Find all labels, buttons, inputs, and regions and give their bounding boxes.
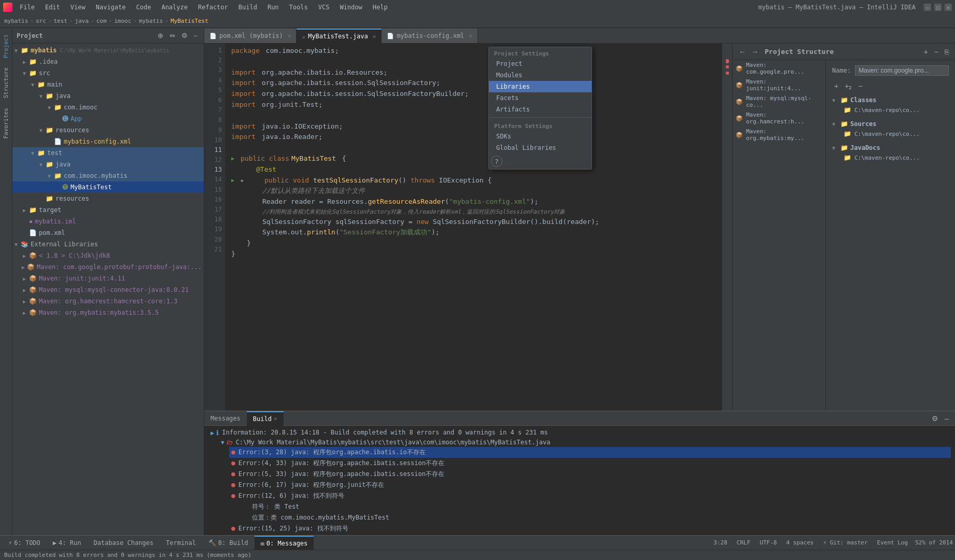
ps-add-class-button[interactable]: +: [832, 81, 840, 91]
msg-error-3[interactable]: ● Error:(5, 33) java: 程序包org.apache.ibat…: [229, 469, 951, 480]
lib-item-mybatis[interactable]: 📦 Maven: org.mybatis:my...: [733, 127, 825, 143]
breadcrumb-item-imooc[interactable]: imooc: [114, 18, 131, 24]
menu-navigate[interactable]: Navigate: [93, 3, 129, 12]
javadocs-path-1[interactable]: 📁 C:\maven-repo\co...: [840, 152, 951, 163]
tree-item-mybatistest[interactable]: ▶ 🅣 MyBatisTest: [12, 181, 204, 193]
lib-item-google[interactable]: 📦 Maven: com.google.pro...: [733, 60, 825, 77]
dropdown-item-modules[interactable]: Modules: [489, 69, 592, 81]
javadocs-header[interactable]: ▼ 📁 JavaDocs: [830, 143, 951, 152]
menu-view[interactable]: View: [67, 3, 89, 12]
breadcrumb-item-java[interactable]: java: [75, 18, 89, 24]
msg-error-4[interactable]: ● Error:(6, 17) java: 程序包org.junit不存在: [229, 480, 951, 491]
sources-header[interactable]: ▼ 📁 Sources: [830, 119, 951, 129]
tree-item-external-libs[interactable]: ▼ 📚 External Libraries: [12, 239, 204, 250]
menu-analyze[interactable]: Analyze: [158, 3, 191, 12]
tree-item-com-imooc-mybatis[interactable]: ▼ 📁 com.imooc.mybatis: [12, 170, 204, 181]
bottom-settings-button[interactable]: ⚙: [930, 413, 940, 424]
ps-back-button[interactable]: ←: [737, 47, 748, 57]
dropdown-item-project[interactable]: Project: [489, 58, 592, 69]
breadcrumb-item-test[interactable]: test: [53, 18, 67, 24]
menu-help[interactable]: Help: [370, 3, 391, 12]
ps-copy-button[interactable]: ⎘: [943, 47, 951, 57]
menu-vcs[interactable]: VCS: [315, 3, 333, 12]
tree-item-main-resources[interactable]: ▼ 📁 resources: [12, 124, 204, 136]
classes-header[interactable]: ▼ 📁 Classes: [830, 95, 951, 105]
ps-add-button[interactable]: +: [922, 47, 930, 57]
tree-item-main[interactable]: ▼ 📁 main: [12, 79, 204, 90]
menu-edit[interactable]: Edit: [42, 3, 63, 12]
tree-item-lib-junit[interactable]: ▶ 📦 Maven: junit:junit:4.11: [12, 273, 204, 284]
menu-file[interactable]: File: [17, 3, 38, 12]
tree-item-mybatis[interactable]: ▼ 📁 mybatis C:\My Work Material\MyBatis\…: [12, 45, 204, 56]
tree-item-com-imooc[interactable]: ▼ 📁 com.imooc: [12, 102, 204, 113]
status-indent[interactable]: 4 spaces: [784, 539, 816, 546]
breadcrumb-item-src[interactable]: src: [36, 18, 46, 24]
panel-locate-button[interactable]: ⊕: [156, 31, 165, 40]
tab-pom-close[interactable]: ✕: [288, 33, 291, 39]
tree-item-app[interactable]: ▶ 🅒 App: [12, 113, 204, 124]
tree-item-mybatis-iml[interactable]: ▶ ▪ mybatis.iml: [12, 216, 204, 227]
classes-path-1[interactable]: 📁 C:\maven-repo\co...: [840, 105, 951, 115]
tree-item-lib-mysql[interactable]: ▶ 📦 Maven: mysql:mysql-connector-java:8.…: [12, 284, 204, 296]
tab-pom[interactable]: 📄 pom.xml (mybatis) ✕: [204, 29, 297, 43]
tree-item-jdk8[interactable]: ▶ 📦 < 1.8 > C:\Jdk\jdk8: [12, 250, 204, 261]
menu-code[interactable]: Code: [133, 3, 155, 12]
toolbar-tab-run[interactable]: ▶ 4: Run: [47, 536, 88, 550]
tree-item-test-java[interactable]: ▼ 📁 java: [12, 159, 204, 170]
run-icon-11[interactable]: ▶: [231, 155, 238, 163]
tree-item-pom[interactable]: ▶ 📄 pom.xml: [12, 227, 204, 239]
msg-file[interactable]: ▼ 🗁 C:\My Work Material\MyBatis\mybatis\…: [208, 438, 951, 447]
dropdown-item-sdks[interactable]: SDKs: [489, 131, 592, 142]
panel-expand-button[interactable]: ⇔: [167, 31, 177, 40]
status-position[interactable]: 3:28: [711, 539, 729, 546]
tree-item-lib-protobuf[interactable]: ▶ 📦 Maven: com.google.protobuf:protobuf-…: [12, 261, 204, 273]
msg-error-5[interactable]: ● Error:(12, 6) java: 找不到符号: [229, 491, 951, 501]
toolbar-tab-db-changes[interactable]: Database Changes: [87, 536, 160, 550]
menu-refactor[interactable]: Refactor: [195, 3, 231, 12]
event-log[interactable]: Event Log: [875, 539, 910, 546]
breadcrumb-item-mybatis2[interactable]: mybatis: [139, 18, 163, 24]
debug-icon-13[interactable]: ◆: [241, 177, 247, 184]
code-editor[interactable]: package com.imooc.mybatis; import org.ap…: [225, 44, 722, 411]
dropdown-item-global-libraries[interactable]: Global Libraries: [489, 142, 592, 153]
tab-mybatistest[interactable]: ☕ MyBatisTest.java ✕: [297, 29, 382, 43]
tab-mybatisconfig[interactable]: 📄 mybatis-config.xml ✕: [382, 29, 478, 43]
tree-item-main-java[interactable]: ▼ 📁 java: [12, 90, 204, 102]
lib-item-junit[interactable]: 📦 Maven: junit:junit:4...: [733, 77, 825, 93]
sources-path-1[interactable]: 📁 C:\maven-repo\co...: [840, 129, 951, 139]
help-button[interactable]: ?: [491, 156, 502, 167]
name-input[interactable]: [855, 65, 949, 76]
tab-mybatisconfig-close[interactable]: ✕: [469, 33, 472, 39]
lib-item-hamcrest[interactable]: 📦 Maven: org.hamcrest:h...: [733, 110, 825, 127]
panel-minimize-button[interactable]: –: [192, 31, 200, 40]
menu-tools[interactable]: Tools: [286, 3, 311, 12]
bottom-tab-messages[interactable]: Messages: [204, 411, 247, 426]
run-icon-13[interactable]: ▶: [231, 176, 238, 185]
tree-item-test-resources[interactable]: ▶ 📁 resources: [12, 193, 204, 204]
status-linesep[interactable]: CRLF: [735, 539, 753, 546]
breadcrumb-item-class[interactable]: MyBatisTest: [171, 18, 208, 24]
ps-forward-button[interactable]: →: [749, 47, 761, 57]
dropdown-item-facets[interactable]: Facets: [489, 92, 592, 104]
vert-tab-structure[interactable]: Structure: [1, 63, 11, 103]
panel-settings-button[interactable]: ⚙: [179, 31, 190, 40]
close-button[interactable]: ✕: [945, 4, 952, 11]
menu-window[interactable]: Window: [336, 3, 365, 12]
lib-item-mysql[interactable]: 📦 Maven: mysql:mysql-co...: [733, 93, 825, 110]
breadcrumb-item-mybatis[interactable]: mybatis: [4, 18, 28, 24]
menu-run[interactable]: Run: [264, 3, 282, 12]
menu-build[interactable]: Build: [235, 3, 260, 12]
dropdown-item-libraries[interactable]: Libraries: [489, 81, 592, 92]
status-git[interactable]: ⚡ Git: master: [821, 539, 869, 546]
tree-item-src[interactable]: ▼ 📁 src: [12, 67, 204, 79]
ps-remove-class-button[interactable]: −: [856, 81, 864, 91]
msg-error-2[interactable]: ● Error:(4, 33) java: 程序包org.apache.ibat…: [229, 458, 951, 469]
tab-mybatistest-close[interactable]: ✕: [373, 33, 376, 40]
editor-scrollbar[interactable]: [722, 44, 732, 411]
maximize-button[interactable]: □: [934, 4, 942, 11]
tree-item-test[interactable]: ▼ 📁 test: [12, 147, 204, 159]
toolbar-tab-messages[interactable]: ✉ 0: Messages: [255, 536, 314, 550]
vert-tab-favorites[interactable]: Favorites: [1, 104, 11, 143]
dropdown-item-artifacts[interactable]: Artifacts: [489, 104, 592, 115]
bottom-tab-build[interactable]: Build ✕: [247, 411, 284, 426]
